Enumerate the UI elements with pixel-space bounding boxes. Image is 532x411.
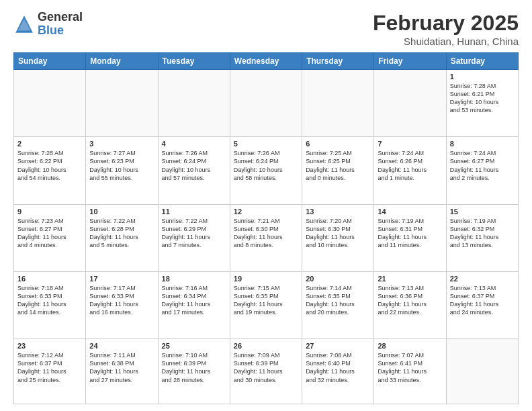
header: General Blue February 2025 Shuidatian, H… bbox=[13, 11, 519, 47]
calendar-cell: 1Sunrise: 7:28 AM Sunset: 6:21 PM Daylig… bbox=[446, 70, 518, 137]
day-number: 5 bbox=[234, 140, 298, 148]
calendar-cell: 18Sunrise: 7:16 AM Sunset: 6:34 PM Dayli… bbox=[158, 271, 230, 338]
day-number: 26 bbox=[234, 342, 298, 350]
day-number: 27 bbox=[306, 342, 370, 350]
calendar-header-monday: Monday bbox=[86, 53, 158, 70]
calendar-header-sunday: Sunday bbox=[14, 53, 86, 70]
day-number: 17 bbox=[89, 275, 154, 283]
calendar-cell bbox=[446, 339, 518, 404]
calendar-cell: 6Sunrise: 7:25 AM Sunset: 6:25 PM Daylig… bbox=[302, 137, 374, 204]
day-info: Sunrise: 7:11 AM Sunset: 6:38 PM Dayligh… bbox=[89, 351, 154, 384]
day-number: 23 bbox=[17, 342, 82, 350]
day-info: Sunrise: 7:24 AM Sunset: 6:26 PM Dayligh… bbox=[378, 149, 442, 182]
day-number: 22 bbox=[450, 275, 515, 283]
calendar-week-0: 1Sunrise: 7:28 AM Sunset: 6:21 PM Daylig… bbox=[14, 70, 519, 137]
day-number: 13 bbox=[306, 208, 370, 216]
day-number: 7 bbox=[378, 140, 442, 148]
day-number: 10 bbox=[89, 208, 154, 216]
calendar-cell: 26Sunrise: 7:09 AM Sunset: 6:39 PM Dayli… bbox=[230, 339, 302, 404]
day-info: Sunrise: 7:15 AM Sunset: 6:35 PM Dayligh… bbox=[234, 284, 298, 317]
day-number: 11 bbox=[162, 208, 226, 216]
day-number: 15 bbox=[450, 208, 515, 216]
calendar-cell: 11Sunrise: 7:22 AM Sunset: 6:29 PM Dayli… bbox=[158, 204, 230, 271]
day-number: 25 bbox=[162, 342, 226, 350]
calendar-cell bbox=[86, 70, 158, 137]
day-number: 24 bbox=[89, 342, 154, 350]
day-info: Sunrise: 7:16 AM Sunset: 6:34 PM Dayligh… bbox=[162, 284, 226, 317]
day-info: Sunrise: 7:14 AM Sunset: 6:35 PM Dayligh… bbox=[306, 284, 370, 317]
day-info: Sunrise: 7:24 AM Sunset: 6:27 PM Dayligh… bbox=[450, 149, 515, 182]
day-number: 3 bbox=[89, 140, 154, 148]
day-info: Sunrise: 7:13 AM Sunset: 6:37 PM Dayligh… bbox=[450, 284, 515, 317]
logo-blue: Blue bbox=[38, 24, 83, 38]
calendar-cell: 13Sunrise: 7:20 AM Sunset: 6:30 PM Dayli… bbox=[302, 204, 374, 271]
day-number: 16 bbox=[17, 275, 82, 283]
day-number: 19 bbox=[234, 275, 298, 283]
day-info: Sunrise: 7:26 AM Sunset: 6:24 PM Dayligh… bbox=[234, 149, 298, 182]
calendar-cell: 28Sunrise: 7:07 AM Sunset: 6:41 PM Dayli… bbox=[374, 339, 446, 404]
calendar-cell bbox=[230, 70, 302, 137]
calendar: SundayMondayTuesdayWednesdayThursdayFrid… bbox=[13, 52, 519, 404]
title-block: February 2025 Shuidatian, Hunan, China bbox=[373, 11, 519, 47]
calendar-header-row: SundayMondayTuesdayWednesdayThursdayFrid… bbox=[14, 53, 519, 70]
calendar-header-saturday: Saturday bbox=[446, 53, 518, 70]
day-info: Sunrise: 7:07 AM Sunset: 6:41 PM Dayligh… bbox=[378, 351, 442, 384]
day-number: 9 bbox=[17, 208, 82, 216]
day-info: Sunrise: 7:19 AM Sunset: 6:32 PM Dayligh… bbox=[450, 217, 515, 250]
calendar-cell: 3Sunrise: 7:27 AM Sunset: 6:23 PM Daylig… bbox=[86, 137, 158, 204]
calendar-cell: 4Sunrise: 7:26 AM Sunset: 6:24 PM Daylig… bbox=[158, 137, 230, 204]
day-number: 20 bbox=[306, 275, 370, 283]
day-info: Sunrise: 7:22 AM Sunset: 6:28 PM Dayligh… bbox=[89, 217, 154, 250]
day-info: Sunrise: 7:10 AM Sunset: 6:39 PM Dayligh… bbox=[162, 351, 226, 384]
day-info: Sunrise: 7:22 AM Sunset: 6:29 PM Dayligh… bbox=[162, 217, 226, 250]
calendar-cell: 25Sunrise: 7:10 AM Sunset: 6:39 PM Dayli… bbox=[158, 339, 230, 404]
calendar-week-1: 2Sunrise: 7:28 AM Sunset: 6:22 PM Daylig… bbox=[14, 137, 519, 204]
day-info: Sunrise: 7:23 AM Sunset: 6:27 PM Dayligh… bbox=[17, 217, 82, 250]
day-info: Sunrise: 7:18 AM Sunset: 6:33 PM Dayligh… bbox=[17, 284, 82, 317]
calendar-cell: 19Sunrise: 7:15 AM Sunset: 6:35 PM Dayli… bbox=[230, 271, 302, 338]
page: General Blue February 2025 Shuidatian, H… bbox=[0, 0, 532, 411]
calendar-cell: 21Sunrise: 7:13 AM Sunset: 6:36 PM Dayli… bbox=[374, 271, 446, 338]
calendar-cell: 23Sunrise: 7:12 AM Sunset: 6:37 PM Dayli… bbox=[14, 339, 86, 404]
calendar-cell: 10Sunrise: 7:22 AM Sunset: 6:28 PM Dayli… bbox=[86, 204, 158, 271]
day-info: Sunrise: 7:09 AM Sunset: 6:39 PM Dayligh… bbox=[234, 351, 298, 384]
calendar-cell: 24Sunrise: 7:11 AM Sunset: 6:38 PM Dayli… bbox=[86, 339, 158, 404]
day-info: Sunrise: 7:08 AM Sunset: 6:40 PM Dayligh… bbox=[306, 351, 370, 384]
calendar-cell: 17Sunrise: 7:17 AM Sunset: 6:33 PM Dayli… bbox=[86, 271, 158, 338]
day-number: 21 bbox=[378, 275, 442, 283]
day-info: Sunrise: 7:25 AM Sunset: 6:25 PM Dayligh… bbox=[306, 149, 370, 182]
calendar-cell: 22Sunrise: 7:13 AM Sunset: 6:37 PM Dayli… bbox=[446, 271, 518, 338]
logo-text: General Blue bbox=[38, 11, 83, 38]
calendar-cell bbox=[302, 70, 374, 137]
calendar-header-friday: Friday bbox=[374, 53, 446, 70]
day-info: Sunrise: 7:19 AM Sunset: 6:31 PM Dayligh… bbox=[378, 217, 442, 250]
day-number: 14 bbox=[378, 208, 442, 216]
day-info: Sunrise: 7:17 AM Sunset: 6:33 PM Dayligh… bbox=[89, 284, 154, 317]
day-info: Sunrise: 7:28 AM Sunset: 6:22 PM Dayligh… bbox=[17, 149, 82, 182]
calendar-cell: 14Sunrise: 7:19 AM Sunset: 6:31 PM Dayli… bbox=[374, 204, 446, 271]
calendar-cell: 27Sunrise: 7:08 AM Sunset: 6:40 PM Dayli… bbox=[302, 339, 374, 404]
calendar-cell: 5Sunrise: 7:26 AM Sunset: 6:24 PM Daylig… bbox=[230, 137, 302, 204]
logo-icon bbox=[13, 13, 35, 35]
day-number: 28 bbox=[378, 342, 442, 350]
calendar-cell: 8Sunrise: 7:24 AM Sunset: 6:27 PM Daylig… bbox=[446, 137, 518, 204]
calendar-cell: 15Sunrise: 7:19 AM Sunset: 6:32 PM Dayli… bbox=[446, 204, 518, 271]
calendar-cell: 20Sunrise: 7:14 AM Sunset: 6:35 PM Dayli… bbox=[302, 271, 374, 338]
logo: General Blue bbox=[13, 11, 83, 38]
logo-general: General bbox=[38, 11, 83, 24]
month-title: February 2025 bbox=[373, 11, 519, 36]
calendar-cell bbox=[374, 70, 446, 137]
day-number: 8 bbox=[450, 140, 515, 148]
day-info: Sunrise: 7:12 AM Sunset: 6:37 PM Dayligh… bbox=[17, 351, 82, 384]
calendar-week-3: 16Sunrise: 7:18 AM Sunset: 6:33 PM Dayli… bbox=[14, 271, 519, 338]
calendar-week-2: 9Sunrise: 7:23 AM Sunset: 6:27 PM Daylig… bbox=[14, 204, 519, 271]
calendar-cell: 12Sunrise: 7:21 AM Sunset: 6:30 PM Dayli… bbox=[230, 204, 302, 271]
calendar-cell bbox=[158, 70, 230, 137]
calendar-cell: 2Sunrise: 7:28 AM Sunset: 6:22 PM Daylig… bbox=[14, 137, 86, 204]
day-info: Sunrise: 7:27 AM Sunset: 6:23 PM Dayligh… bbox=[89, 149, 154, 182]
calendar-header-thursday: Thursday bbox=[302, 53, 374, 70]
day-info: Sunrise: 7:21 AM Sunset: 6:30 PM Dayligh… bbox=[234, 217, 298, 250]
day-number: 6 bbox=[306, 140, 370, 148]
day-number: 2 bbox=[17, 140, 82, 148]
day-info: Sunrise: 7:28 AM Sunset: 6:21 PM Dayligh… bbox=[450, 82, 515, 115]
